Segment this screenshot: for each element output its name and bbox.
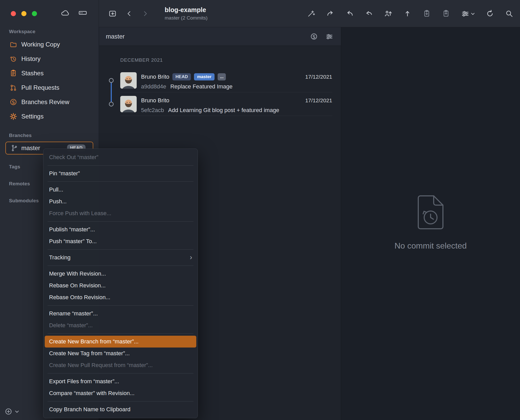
menu-item-create-new-branch[interactable]: Create New Branch from “master”... xyxy=(45,336,196,348)
menu-item-rebase-onto-revision[interactable]: Rebase Onto Revision... xyxy=(45,291,196,303)
sidebar-item-stashes[interactable]: Stashes xyxy=(0,66,99,80)
window-subtitle: master (2 Commits) xyxy=(165,15,208,21)
menu-item-compare-with-revision[interactable]: Compare “master” with Revision... xyxy=(45,387,196,399)
avatar xyxy=(120,72,137,89)
empty-state-message: No commit selected xyxy=(395,241,467,251)
menu-item-pull[interactable]: Pull... xyxy=(45,184,196,196)
more-refs-badge[interactable]: ... xyxy=(218,73,226,80)
chevron-down-icon xyxy=(471,12,475,15)
avatar xyxy=(120,96,137,112)
submenu-chevron-icon: › xyxy=(190,252,192,263)
menu-separator xyxy=(48,249,193,250)
add-button[interactable] xyxy=(5,408,12,415)
sidebar-item-history[interactable]: History xyxy=(0,52,99,66)
branch-ref-badge[interactable]: master xyxy=(194,73,215,80)
window-controls xyxy=(11,11,37,16)
tags-section-header: Tags xyxy=(9,164,20,170)
sidebar-item-label: Stashes xyxy=(21,70,44,77)
redo-icon[interactable] xyxy=(326,10,335,18)
menu-item-rebase-on-revision[interactable]: Rebase On Revision... xyxy=(45,280,196,291)
menu-separator xyxy=(48,266,193,266)
row-separator xyxy=(120,92,332,92)
commit-row[interactable]: Bruno Brito HEAD master ... a9dd8d4e Rep… xyxy=(120,71,332,93)
row-separator xyxy=(120,116,332,116)
menu-item-tracking[interactable]: Tracking › xyxy=(45,252,196,263)
pull-icon[interactable] xyxy=(384,10,392,18)
menu-separator xyxy=(48,221,193,222)
sidebar-item-working-copy[interactable]: Working Copy xyxy=(0,37,99,52)
sidebar-item-label: History xyxy=(21,55,41,62)
sidebar-item-settings[interactable]: Settings xyxy=(0,109,99,124)
history-icon xyxy=(9,55,17,63)
quick-actions-icon[interactable] xyxy=(307,10,315,18)
commit-graph xyxy=(99,46,123,123)
cloud-icon[interactable] xyxy=(61,9,70,16)
menu-item-copy-branch-name[interactable]: Copy Branch Name to Clipboard xyxy=(45,404,196,415)
fetch-icon[interactable] xyxy=(365,10,373,18)
menu-item-force-push: Force Push with Lease... xyxy=(45,207,196,219)
minimize-button[interactable] xyxy=(21,11,26,16)
sidebar-item-label: Pull Requests xyxy=(21,84,59,91)
submodules-section-header: Submodules xyxy=(9,198,39,204)
head-ref-badge[interactable]: HEAD xyxy=(172,73,191,80)
menu-separator xyxy=(48,333,193,334)
forward-button[interactable] xyxy=(142,10,149,17)
commit-author: Bruno Brito xyxy=(141,74,169,80)
folder-icon xyxy=(9,41,17,48)
menu-separator xyxy=(48,181,193,182)
filter-options-icon[interactable] xyxy=(326,33,333,40)
menu-item-rename[interactable]: Rename “master”... xyxy=(45,308,196,319)
commit-detail-panel: No commit selected xyxy=(341,27,520,420)
no-commit-icon xyxy=(416,194,445,230)
window-title: blog-example xyxy=(165,6,208,14)
commit-hash: a9dd8d4e xyxy=(141,83,166,90)
stash-icon[interactable] xyxy=(423,10,431,18)
menu-separator xyxy=(48,373,193,373)
commit-date: 17/12/2021 xyxy=(305,97,332,104)
apply-stash-icon[interactable] xyxy=(442,10,450,18)
close-button[interactable] xyxy=(11,11,16,16)
sidebar-item-label: Branches Review xyxy=(21,98,69,106)
compare-branch-icon[interactable] xyxy=(310,33,318,40)
workspace-nav: Working Copy History xyxy=(0,37,99,124)
menu-item-push-to[interactable]: Push “master” To... xyxy=(45,235,196,247)
remotes-section-header: Remotes xyxy=(9,181,30,187)
workflows-button[interactable] xyxy=(461,10,475,18)
commit-message: Add Learning Git blog post + featured im… xyxy=(168,107,279,114)
commit-row[interactable]: Bruno Brito 5efc2acb Add Learning Git bl… xyxy=(120,94,332,116)
menu-item-label: Tracking xyxy=(49,254,71,261)
chevron-down-icon[interactable] xyxy=(15,410,19,413)
sidebar-item-branches-review[interactable]: Branches Review xyxy=(0,95,99,109)
devices-icon[interactable] xyxy=(78,9,87,16)
refresh-icon[interactable] xyxy=(486,10,494,18)
search-icon[interactable] xyxy=(505,10,513,18)
gear-icon xyxy=(9,113,17,120)
app-window: Workspace Working Copy Hi xyxy=(0,0,520,420)
menu-item-merge-with-revision[interactable]: Merge With Revision... xyxy=(45,268,196,280)
current-branch-label: master xyxy=(106,33,125,40)
menu-separator xyxy=(48,401,193,401)
push-icon[interactable] xyxy=(403,10,412,18)
stashes-icon xyxy=(9,69,17,77)
menu-separator xyxy=(48,305,193,306)
commit-message: Replace Featured Image xyxy=(170,83,233,90)
pull-request-icon xyxy=(9,84,17,92)
git-branch-icon xyxy=(10,144,18,152)
commit-section-header: DECEMBER 2021 xyxy=(120,57,163,63)
menu-item-push[interactable]: Push... xyxy=(45,196,196,207)
sidebar-item-pull-requests[interactable]: Pull Requests xyxy=(0,80,99,95)
branch-filter-bar: master xyxy=(99,27,341,46)
menu-separator xyxy=(48,165,193,166)
sidebar-item-label: Settings xyxy=(21,113,44,120)
menu-item-create-new-tag[interactable]: Create New Tag from “master”... xyxy=(45,348,196,359)
menu-item-create-new-pull-request: Create New Pull Request from “master”... xyxy=(45,359,196,371)
undo-icon[interactable] xyxy=(346,10,354,18)
repositories-icon[interactable] xyxy=(108,9,117,18)
menu-item-export-files[interactable]: Export Files from “master”... xyxy=(45,376,196,387)
back-button[interactable] xyxy=(126,10,133,17)
menu-item-checkout: Check Out “master” xyxy=(45,151,196,163)
menu-item-pin[interactable]: Pin “master” xyxy=(45,168,196,179)
commit-author: Bruno Brito xyxy=(141,97,169,104)
menu-item-publish[interactable]: Publish “master”... xyxy=(45,224,196,235)
zoom-button[interactable] xyxy=(32,11,37,16)
